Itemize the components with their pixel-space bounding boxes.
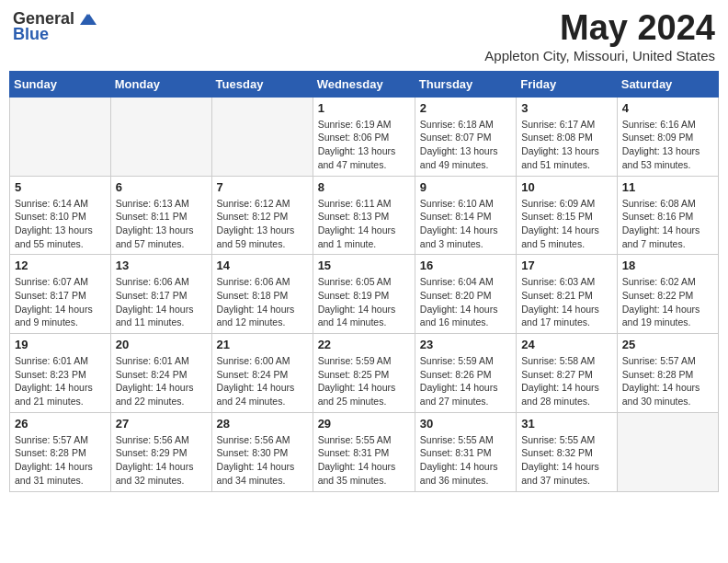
calendar-cell: 15Sunrise: 6:05 AM Sunset: 8:19 PM Dayli… bbox=[313, 255, 415, 334]
day-number: 25 bbox=[622, 338, 713, 351]
day-number: 16 bbox=[420, 259, 511, 272]
day-number: 29 bbox=[318, 417, 410, 431]
calendar-cell: 10Sunrise: 6:09 AM Sunset: 8:15 PM Dayli… bbox=[517, 176, 618, 255]
calendar-week-row: 26Sunrise: 5:57 AM Sunset: 8:28 PM Dayli… bbox=[10, 412, 719, 491]
day-number: 28 bbox=[217, 417, 308, 431]
calendar-cell: 7Sunrise: 6:12 AM Sunset: 8:12 PM Daylig… bbox=[211, 176, 313, 255]
day-info: Sunrise: 6:18 AM Sunset: 8:07 PM Dayligh… bbox=[420, 118, 511, 172]
calendar-day-header: Saturday bbox=[617, 71, 718, 97]
day-info: Sunrise: 6:11 AM Sunset: 8:13 PM Dayligh… bbox=[318, 197, 410, 251]
calendar-cell: 21Sunrise: 6:00 AM Sunset: 8:24 PM Dayli… bbox=[211, 334, 313, 413]
day-number: 14 bbox=[217, 259, 308, 272]
day-number: 17 bbox=[521, 259, 612, 272]
calendar-week-row: 5Sunrise: 6:14 AM Sunset: 8:10 PM Daylig… bbox=[10, 176, 719, 255]
day-number: 4 bbox=[622, 101, 713, 115]
location-text: Appleton City, Missouri, United States bbox=[484, 48, 715, 63]
day-info: Sunrise: 5:56 AM Sunset: 8:30 PM Dayligh… bbox=[217, 433, 308, 488]
calendar-cell: 9Sunrise: 6:10 AM Sunset: 8:14 PM Daylig… bbox=[415, 176, 516, 255]
day-number: 19 bbox=[15, 338, 106, 351]
logo-blue-text: Blue bbox=[13, 25, 49, 44]
calendar-cell: 22Sunrise: 5:59 AM Sunset: 8:25 PM Dayli… bbox=[313, 334, 415, 413]
calendar-cell bbox=[617, 412, 718, 491]
day-info: Sunrise: 6:06 AM Sunset: 8:17 PM Dayligh… bbox=[116, 275, 207, 329]
day-info: Sunrise: 6:01 AM Sunset: 8:23 PM Dayligh… bbox=[15, 354, 106, 408]
calendar-cell: 27Sunrise: 5:56 AM Sunset: 8:29 PM Dayli… bbox=[110, 412, 211, 491]
month-title: May 2024 bbox=[484, 9, 715, 48]
calendar-cell: 12Sunrise: 6:07 AM Sunset: 8:17 PM Dayli… bbox=[10, 255, 111, 334]
day-info: Sunrise: 6:08 AM Sunset: 8:16 PM Dayligh… bbox=[622, 197, 713, 251]
calendar-table: SundayMondayTuesdayWednesdayThursdayFrid… bbox=[9, 71, 719, 492]
calendar-day-header: Wednesday bbox=[313, 71, 415, 97]
calendar-cell: 16Sunrise: 6:04 AM Sunset: 8:20 PM Dayli… bbox=[415, 255, 516, 334]
logo: General Blue bbox=[13, 9, 97, 44]
calendar-cell: 2Sunrise: 6:18 AM Sunset: 8:07 PM Daylig… bbox=[415, 97, 516, 176]
calendar-week-row: 1Sunrise: 6:19 AM Sunset: 8:06 PM Daylig… bbox=[10, 97, 719, 176]
title-area: May 2024 Appleton City, Missouri, United… bbox=[484, 9, 715, 63]
day-number: 1 bbox=[318, 101, 410, 115]
day-info: Sunrise: 6:00 AM Sunset: 8:24 PM Dayligh… bbox=[217, 354, 308, 408]
day-number: 5 bbox=[15, 180, 106, 194]
day-info: Sunrise: 5:58 AM Sunset: 8:27 PM Dayligh… bbox=[521, 354, 612, 408]
calendar-cell: 28Sunrise: 5:56 AM Sunset: 8:30 PM Dayli… bbox=[211, 412, 313, 491]
day-number: 15 bbox=[318, 259, 410, 272]
calendar-cell: 18Sunrise: 6:02 AM Sunset: 8:22 PM Dayli… bbox=[617, 255, 718, 334]
day-number: 3 bbox=[521, 101, 612, 115]
calendar-cell: 30Sunrise: 5:55 AM Sunset: 8:31 PM Dayli… bbox=[415, 412, 516, 491]
day-number: 12 bbox=[15, 259, 106, 272]
calendar-day-header: Tuesday bbox=[211, 71, 313, 97]
calendar-cell: 25Sunrise: 5:57 AM Sunset: 8:28 PM Dayli… bbox=[617, 334, 718, 413]
calendar-cell: 20Sunrise: 6:01 AM Sunset: 8:24 PM Dayli… bbox=[110, 334, 211, 413]
calendar-cell: 24Sunrise: 5:58 AM Sunset: 8:27 PM Dayli… bbox=[517, 334, 618, 413]
calendar-cell: 1Sunrise: 6:19 AM Sunset: 8:06 PM Daylig… bbox=[313, 97, 415, 176]
calendar-day-header: Thursday bbox=[415, 71, 516, 97]
logo-icon bbox=[78, 12, 97, 27]
day-info: Sunrise: 6:13 AM Sunset: 8:11 PM Dayligh… bbox=[116, 197, 207, 251]
calendar-day-header: Monday bbox=[110, 71, 211, 97]
day-info: Sunrise: 5:59 AM Sunset: 8:26 PM Dayligh… bbox=[420, 354, 511, 408]
day-number: 10 bbox=[521, 180, 612, 194]
day-info: Sunrise: 6:14 AM Sunset: 8:10 PM Dayligh… bbox=[15, 197, 106, 251]
calendar-cell bbox=[110, 97, 211, 176]
day-info: Sunrise: 6:19 AM Sunset: 8:06 PM Dayligh… bbox=[318, 118, 410, 172]
day-number: 20 bbox=[116, 338, 207, 351]
calendar-cell: 5Sunrise: 6:14 AM Sunset: 8:10 PM Daylig… bbox=[10, 176, 111, 255]
day-number: 23 bbox=[420, 338, 511, 351]
day-info: Sunrise: 5:57 AM Sunset: 8:28 PM Dayligh… bbox=[622, 354, 713, 408]
day-number: 24 bbox=[521, 338, 612, 351]
day-info: Sunrise: 6:10 AM Sunset: 8:14 PM Dayligh… bbox=[420, 197, 511, 251]
day-info: Sunrise: 6:01 AM Sunset: 8:24 PM Dayligh… bbox=[116, 354, 207, 408]
day-number: 9 bbox=[420, 180, 511, 194]
calendar-cell: 11Sunrise: 6:08 AM Sunset: 8:16 PM Dayli… bbox=[617, 176, 718, 255]
calendar-cell: 8Sunrise: 6:11 AM Sunset: 8:13 PM Daylig… bbox=[313, 176, 415, 255]
calendar-cell: 4Sunrise: 6:16 AM Sunset: 8:09 PM Daylig… bbox=[617, 97, 718, 176]
calendar-week-row: 19Sunrise: 6:01 AM Sunset: 8:23 PM Dayli… bbox=[10, 334, 719, 413]
day-number: 13 bbox=[116, 259, 207, 272]
day-info: Sunrise: 6:04 AM Sunset: 8:20 PM Dayligh… bbox=[420, 275, 511, 329]
day-info: Sunrise: 6:12 AM Sunset: 8:12 PM Dayligh… bbox=[217, 197, 308, 251]
day-number: 11 bbox=[622, 180, 713, 194]
calendar-cell: 29Sunrise: 5:55 AM Sunset: 8:31 PM Dayli… bbox=[313, 412, 415, 491]
calendar-week-row: 12Sunrise: 6:07 AM Sunset: 8:17 PM Dayli… bbox=[10, 255, 719, 334]
day-info: Sunrise: 6:06 AM Sunset: 8:18 PM Dayligh… bbox=[217, 275, 308, 329]
calendar-cell: 31Sunrise: 5:55 AM Sunset: 8:32 PM Dayli… bbox=[517, 412, 618, 491]
day-info: Sunrise: 6:07 AM Sunset: 8:17 PM Dayligh… bbox=[15, 275, 106, 329]
day-info: Sunrise: 6:09 AM Sunset: 8:15 PM Dayligh… bbox=[521, 197, 612, 251]
day-number: 6 bbox=[116, 180, 207, 194]
calendar-cell: 3Sunrise: 6:17 AM Sunset: 8:08 PM Daylig… bbox=[517, 97, 618, 176]
calendar-cell: 23Sunrise: 5:59 AM Sunset: 8:26 PM Dayli… bbox=[415, 334, 516, 413]
calendar-cell bbox=[10, 97, 111, 176]
day-info: Sunrise: 5:55 AM Sunset: 8:31 PM Dayligh… bbox=[420, 433, 511, 488]
day-number: 18 bbox=[622, 259, 713, 272]
calendar-header-row: SundayMondayTuesdayWednesdayThursdayFrid… bbox=[10, 71, 719, 97]
calendar-day-header: Sunday bbox=[10, 71, 111, 97]
day-number: 21 bbox=[217, 338, 308, 351]
calendar-day-header: Friday bbox=[517, 71, 618, 97]
day-info: Sunrise: 5:57 AM Sunset: 8:28 PM Dayligh… bbox=[15, 433, 106, 488]
calendar-cell: 14Sunrise: 6:06 AM Sunset: 8:18 PM Dayli… bbox=[211, 255, 313, 334]
calendar-cell: 26Sunrise: 5:57 AM Sunset: 8:28 PM Dayli… bbox=[10, 412, 111, 491]
day-info: Sunrise: 6:16 AM Sunset: 8:09 PM Dayligh… bbox=[622, 118, 713, 172]
day-number: 27 bbox=[116, 417, 207, 431]
day-number: 2 bbox=[420, 101, 511, 115]
day-number: 8 bbox=[318, 180, 410, 194]
day-number: 22 bbox=[318, 338, 410, 351]
